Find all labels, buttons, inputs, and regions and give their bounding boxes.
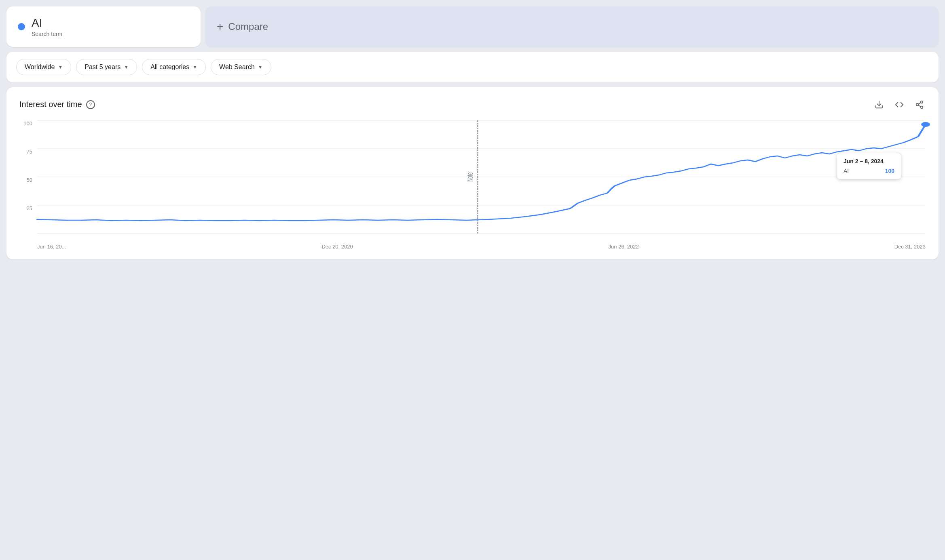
share-button[interactable] — [913, 99, 926, 111]
y-label-75: 75 — [27, 149, 32, 155]
chart-header: Interest over time ? — [19, 99, 926, 111]
chart-title: Interest over time — [19, 100, 82, 109]
search-term-dot — [18, 23, 25, 30]
tooltip-value: 100 — [885, 168, 894, 174]
tooltip-date: Jun 2 – 8, 2024 — [844, 158, 894, 164]
y-label-50: 50 — [27, 177, 32, 183]
location-chevron-icon: ▼ — [58, 64, 63, 70]
chart-svg: Note — [37, 120, 926, 234]
svg-line-4 — [918, 105, 921, 107]
filters-bar: Worldwide ▼ Past 5 years ▼ All categorie… — [6, 52, 939, 82]
search-term-name: AI — [32, 16, 62, 30]
y-label-25: 25 — [27, 205, 32, 211]
time-filter-label: Past 5 years — [85, 63, 121, 71]
location-filter[interactable]: Worldwide ▼ — [16, 59, 71, 75]
x-axis-labels: Jun 16, 20... Dec 20, 2020 Jun 26, 2022 … — [37, 235, 926, 250]
x-label-start: Jun 16, 20... — [37, 244, 66, 250]
download-button[interactable] — [873, 99, 885, 111]
time-chevron-icon: ▼ — [124, 64, 129, 70]
chart-inner: Note Jun 2 – 8, 2024 AI 100 — [37, 120, 926, 234]
svg-text:Note: Note — [465, 172, 474, 181]
category-filter-label: All categories — [150, 63, 189, 71]
x-label-2020: Dec 20, 2020 — [321, 244, 353, 250]
y-axis-labels: 100 75 50 25 — [19, 120, 36, 234]
compare-plus-icon: + — [217, 21, 223, 32]
search-type-filter-label: Web Search — [219, 63, 255, 71]
svg-line-5 — [918, 103, 921, 104]
help-icon[interactable]: ? — [86, 100, 95, 109]
tooltip-box: Jun 2 – 8, 2024 AI 100 — [837, 153, 901, 179]
location-filter-label: Worldwide — [25, 63, 55, 71]
x-label-2023: Dec 31, 2023 — [894, 244, 926, 250]
search-type-chevron-icon: ▼ — [258, 64, 263, 70]
interest-over-time-card: Interest over time ? — [6, 87, 939, 259]
tooltip-term: AI — [844, 168, 849, 174]
tooltip-row: AI 100 — [844, 168, 894, 174]
category-chevron-icon: ▼ — [192, 64, 197, 70]
x-label-2022: Jun 26, 2022 — [609, 244, 639, 250]
chart-actions — [873, 99, 926, 111]
chart-title-group: Interest over time ? — [19, 100, 95, 109]
search-type-filter[interactable]: Web Search ▼ — [211, 59, 271, 75]
time-filter[interactable]: Past 5 years ▼ — [76, 59, 137, 75]
y-label-100: 100 — [23, 120, 32, 126]
category-filter[interactable]: All categories ▼ — [142, 59, 206, 75]
compare-card[interactable]: + Compare — [205, 6, 939, 47]
embed-button[interactable] — [893, 99, 905, 111]
search-term-card: AI Search term — [6, 6, 201, 47]
search-term-info: AI Search term — [32, 16, 62, 37]
svg-point-13 — [921, 122, 930, 127]
compare-label: Compare — [228, 21, 268, 32]
chart-area: 100 75 50 25 Note — [19, 120, 926, 250]
search-term-label: Search term — [32, 31, 62, 37]
